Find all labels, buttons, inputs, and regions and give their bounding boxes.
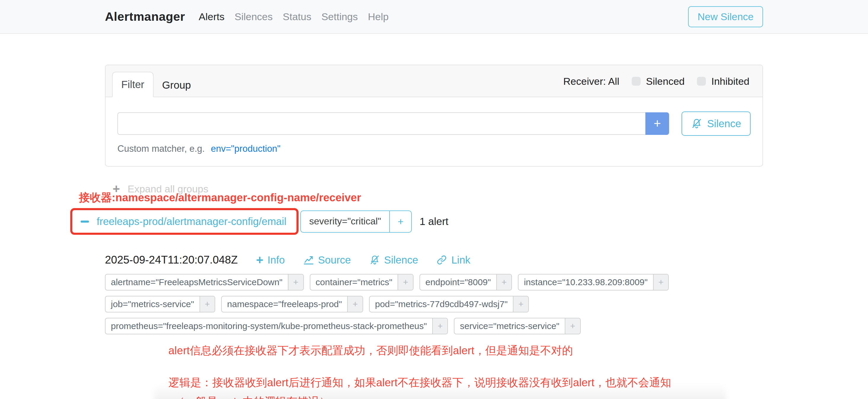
bell-slash-icon [691, 118, 702, 129]
alert-action-label: Silence [384, 254, 418, 266]
add-label-filter-button[interactable]: + [565, 318, 580, 334]
alert-action-info[interactable]: +Info [256, 254, 285, 266]
alert-action-source[interactable]: Source [303, 254, 351, 266]
alert-label-tag: job="metrics-service"+ [105, 296, 215, 312]
alert-action-label: Info [268, 254, 285, 266]
nav-item-status[interactable]: Status [283, 11, 311, 23]
annotation-logic-note-2: （一般是route中的逻辑有错误） [174, 394, 763, 399]
minus-icon [81, 220, 89, 223]
filter-card-body: + Silence Custom matcher, e.g. env="prod… [105, 97, 763, 166]
alert-label-text: service="metrics-service" [455, 318, 565, 334]
matcher-example-link[interactable]: env="production" [211, 144, 280, 154]
add-label-filter-button[interactable]: + [653, 275, 669, 290]
alert-label-text: namespace="freeleaps-prod" [222, 297, 347, 312]
alert-count: 1 alert [420, 216, 448, 227]
checkbox-icon[interactable] [632, 77, 641, 86]
alert-groups: + Expand all groups 接收器:namespace/alterm… [105, 183, 763, 399]
alert-label-tag: alertname="FreeleapsMetricsServiceDown"+ [105, 274, 304, 290]
label-row: prometheus="freeleaps-monitoring-system/… [105, 318, 763, 334]
filter-card-header: FilterGroup Receiver: All SilencedInhibi… [105, 65, 763, 97]
alert-detail: 2025-09-24T11:20:07.048Z +InfoSourceSile… [105, 254, 763, 334]
alert-action-link[interactable]: Link [436, 254, 470, 266]
alert-action-silence[interactable]: Silence [369, 254, 418, 266]
checkbox-inhibited[interactable]: Inhibited [697, 75, 749, 87]
add-label-filter-button[interactable]: + [288, 275, 303, 290]
alert-label-text: container="metrics" [310, 275, 398, 290]
alert-labels: alertname="FreeleapsMetricsServiceDown"+… [105, 274, 763, 334]
tab-group[interactable]: Group [154, 73, 199, 97]
annotation-config-note: alert信息必须在接收器下才表示配置成功，否则即使能看到alert，但是通知是… [168, 343, 763, 358]
alert-actions: +InfoSourceSilenceLink [256, 254, 470, 266]
chart-icon [303, 255, 314, 265]
helper-label: Custom matcher, e.g. [117, 144, 205, 154]
nav-items: AlertsSilencesStatusSettingsHelp [198, 11, 389, 23]
alert-label-text: instance="10.233.98.209:8009" [519, 275, 653, 290]
matcher-helper-text: Custom matcher, e.g. env="production" [117, 144, 751, 154]
add-label-filter-button[interactable]: + [496, 275, 512, 290]
add-label-filter-button[interactable]: + [199, 297, 215, 312]
annotation-receiver-note: 接收器:namespace/altermanager-config-name/r… [79, 190, 763, 205]
add-matcher-button[interactable]: + [645, 112, 669, 135]
alert-label-tag: prometheus="freeleaps-monitoring-system/… [105, 318, 448, 334]
silence-from-filter-button[interactable]: Silence [682, 112, 751, 136]
silence-button-label: Silence [707, 118, 741, 129]
alert-label-tag: instance="10.233.98.209:8009"+ [518, 274, 669, 290]
checkbox-icon[interactable] [697, 77, 706, 86]
alert-label-tag: service="metrics-service"+ [454, 318, 581, 334]
group-matcher-tag: severity="critical" + [300, 211, 412, 233]
nav-item-settings[interactable]: Settings [321, 11, 358, 23]
filter-card: FilterGroup Receiver: All SilencedInhibi… [105, 65, 763, 166]
alert-action-label: Source [318, 254, 351, 266]
alert-label-text: job="metrics-service" [105, 297, 199, 312]
label-row: job="metrics-service"+namespace="freelea… [105, 296, 763, 312]
filter-tabs: FilterGroup [112, 72, 199, 97]
group-matcher-label[interactable]: severity="critical" [301, 211, 389, 232]
nav-item-help[interactable]: Help [368, 11, 389, 23]
tab-filter[interactable]: Filter [112, 72, 154, 97]
checkbox-silenced[interactable]: Silenced [632, 75, 684, 87]
group-matcher-add-button[interactable]: + [389, 211, 411, 232]
nav-item-silences[interactable]: Silences [235, 11, 273, 23]
alert-timestamp: 2025-09-24T11:20:07.048Z [105, 254, 238, 266]
add-label-filter-button[interactable]: + [398, 275, 413, 290]
checkbox-label: Silenced [646, 75, 684, 87]
add-label-filter-button[interactable]: + [347, 297, 363, 312]
alert-label-text: alertname="FreeleapsMetricsServiceDown" [105, 275, 288, 290]
alert-group-row: freeleaps-prod/alertmanager-config/email… [70, 208, 763, 235]
receiver-group-button[interactable]: freeleaps-prod/alertmanager-config/email [73, 211, 295, 232]
alertmanager-page: Alertmanager AlertsSilencesStatusSetting… [0, 0, 868, 399]
matcher-input[interactable] [117, 112, 645, 135]
alert-label-text: pod="metrics-77d9cdb497-wdsj7" [370, 297, 513, 312]
bell-slash-icon [369, 255, 380, 265]
alert-label-tag: pod="metrics-77d9cdb497-wdsj7"+ [369, 296, 529, 312]
annotation-logic-note-1: 逻辑是：接收器收到alert后进行通知，如果alert不在接收器下，说明接收器没… [168, 375, 763, 390]
alert-label-tag: endpoint="8009"+ [420, 274, 512, 290]
new-silence-button[interactable]: New Silence [688, 6, 763, 27]
add-label-filter-button[interactable]: + [513, 297, 528, 312]
link-icon [436, 255, 447, 265]
alert-label-text: endpoint="8009" [420, 275, 496, 290]
plus-icon: + [256, 254, 264, 266]
checkbox-label: Inhibited [711, 75, 749, 87]
app-brand[interactable]: Alertmanager [105, 10, 185, 24]
add-label-filter-button[interactable]: + [432, 318, 447, 334]
receiver-group-label: freeleaps-prod/alertmanager-config/email [97, 216, 286, 227]
label-row: alertname="FreeleapsMetricsServiceDown"+… [105, 274, 763, 290]
alert-label-tag: container="metrics"+ [310, 274, 413, 290]
receiver-filter[interactable]: Receiver: All [563, 75, 619, 87]
state-checkboxes: SilencedInhibited [632, 75, 749, 87]
alert-action-label: Link [451, 254, 470, 266]
nav-item-alerts[interactable]: Alerts [198, 11, 224, 23]
navbar: Alertmanager AlertsSilencesStatusSetting… [0, 0, 868, 34]
alert-label-text: prometheus="freeleaps-monitoring-system/… [105, 318, 432, 334]
alert-label-tag: namespace="freeleaps-prod"+ [221, 296, 363, 312]
red-highlight-box: freeleaps-prod/alertmanager-config/email [70, 208, 299, 235]
